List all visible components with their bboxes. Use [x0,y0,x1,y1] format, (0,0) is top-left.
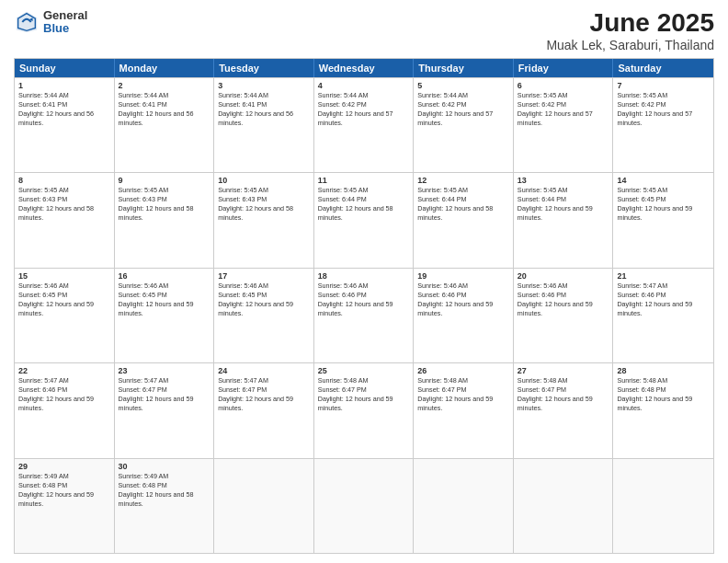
day-info: Sunrise: 5:44 AMSunset: 6:42 PMDaylight:… [417,91,509,128]
calendar: Sunday Monday Tuesday Wednesday Thursday… [14,58,714,554]
day-info: Sunrise: 5:48 AMSunset: 6:48 PMDaylight:… [617,376,710,413]
calendar-cell-1-7: 7Sunrise: 5:45 AMSunset: 6:42 PMDaylight… [613,78,713,172]
sunrise-label: Sunrise: 5:45 AM [617,186,667,194]
sunset-label: Sunset: 6:48 PM [18,481,67,489]
sunrise-label: Sunrise: 5:46 AM [18,282,69,290]
calendar-cell-5-6 [514,459,614,553]
sunrise-label: Sunrise: 5:45 AM [417,186,468,194]
sunrise-label: Sunrise: 5:48 AM [417,376,468,385]
daylight-label: Daylight: 12 hours and 59 minutes. [218,395,293,412]
sunset-label: Sunset: 6:46 PM [318,291,367,299]
sunrise-label: Sunrise: 5:47 AM [18,376,69,385]
calendar-body: 1Sunrise: 5:44 AMSunset: 6:41 PMDaylight… [15,77,713,553]
calendar-cell-1-5: 5Sunrise: 5:44 AMSunset: 6:42 PMDaylight… [414,78,514,172]
sunset-label: Sunset: 6:45 PM [218,291,267,299]
sunrise-label: Sunrise: 5:44 AM [417,91,468,99]
daylight-label: Daylight: 12 hours and 57 minutes. [318,109,393,127]
daylight-label: Daylight: 12 hours and 58 minutes. [18,204,94,222]
calendar-row-3: 15Sunrise: 5:46 AMSunset: 6:45 PMDayligh… [15,268,713,362]
calendar-cell-5-3 [214,459,314,553]
sunrise-label: Sunrise: 5:48 AM [318,376,369,385]
sunrise-label: Sunrise: 5:45 AM [617,91,667,99]
daylight-label: Daylight: 12 hours and 59 minutes. [417,395,493,412]
daylight-label: Daylight: 12 hours and 59 minutes. [318,300,393,317]
day-number: 28 [617,366,710,375]
calendar-row-2: 8Sunrise: 5:45 AMSunset: 6:43 PMDaylight… [15,172,713,267]
day-info: Sunrise: 5:46 AMSunset: 6:45 PMDaylight:… [18,282,110,318]
calendar-cell-2-6: 13Sunrise: 5:45 AMSunset: 6:44 PMDayligh… [514,173,614,267]
sunrise-label: Sunrise: 5:44 AM [318,91,369,99]
sunrise-label: Sunrise: 5:45 AM [518,186,568,194]
day-info: Sunrise: 5:47 AMSunset: 6:47 PMDaylight:… [218,376,310,413]
header-friday: Friday [514,59,614,77]
sunset-label: Sunset: 6:45 PM [18,291,67,299]
daylight-label: Daylight: 12 hours and 57 minutes. [518,109,593,127]
calendar-cell-4-5: 26Sunrise: 5:48 AMSunset: 6:47 PMDayligh… [414,363,514,457]
day-info: Sunrise: 5:49 AMSunset: 6:48 PMDaylight:… [18,472,110,509]
sunset-label: Sunset: 6:44 PM [417,195,466,203]
sunrise-label: Sunrise: 5:45 AM [18,186,69,194]
day-number: 1 [18,81,110,90]
calendar-cell-5-7 [613,459,713,553]
sunrise-label: Sunrise: 5:47 AM [218,376,268,385]
day-info: Sunrise: 5:44 AMSunset: 6:41 PMDaylight:… [119,91,210,128]
day-number: 21 [617,271,710,281]
day-info: Sunrise: 5:47 AMSunset: 6:46 PMDaylight:… [617,282,710,318]
day-number: 26 [417,366,509,375]
header-saturday: Saturday [613,59,713,77]
daylight-label: Daylight: 12 hours and 58 minutes. [119,490,194,508]
sunset-label: Sunset: 6:47 PM [518,385,566,394]
daylight-label: Daylight: 12 hours and 58 minutes. [119,204,194,222]
calendar-cell-2-7: 14Sunrise: 5:45 AMSunset: 6:45 PMDayligh… [613,173,713,267]
sunrise-label: Sunrise: 5:45 AM [318,186,369,194]
day-info: Sunrise: 5:45 AMSunset: 6:43 PMDaylight:… [18,186,110,223]
sunrise-label: Sunrise: 5:45 AM [518,91,568,99]
sunset-label: Sunset: 6:43 PM [119,195,167,203]
daylight-label: Daylight: 12 hours and 58 minutes. [417,204,493,222]
sunrise-label: Sunrise: 5:44 AM [119,91,169,99]
logo: General Blue [14,9,87,36]
day-number: 25 [318,366,410,375]
sunset-label: Sunset: 6:43 PM [218,195,267,203]
daylight-label: Daylight: 12 hours and 58 minutes. [318,204,393,222]
sunset-label: Sunset: 6:48 PM [617,385,665,394]
day-number: 2 [119,81,210,90]
sunset-label: Sunset: 6:46 PM [518,291,566,299]
sunset-label: Sunset: 6:45 PM [119,291,167,299]
day-info: Sunrise: 5:45 AMSunset: 6:43 PMDaylight:… [119,186,210,223]
day-number: 3 [218,81,310,90]
calendar-cell-4-6: 27Sunrise: 5:48 AMSunset: 6:47 PMDayligh… [514,363,614,457]
day-number: 6 [518,81,609,90]
day-info: Sunrise: 5:48 AMSunset: 6:47 PMDaylight:… [518,376,609,413]
calendar-row-5: 29Sunrise: 5:49 AMSunset: 6:48 PMDayligh… [15,458,713,553]
sunset-label: Sunset: 6:44 PM [518,195,566,203]
daylight-label: Daylight: 12 hours and 57 minutes. [417,109,493,127]
day-info: Sunrise: 5:45 AMSunset: 6:44 PMDaylight:… [417,186,509,223]
daylight-label: Daylight: 12 hours and 59 minutes. [417,300,493,317]
day-info: Sunrise: 5:44 AMSunset: 6:41 PMDaylight:… [18,91,110,128]
header-thursday: Thursday [414,59,514,77]
calendar-cell-3-5: 19Sunrise: 5:46 AMSunset: 6:46 PMDayligh… [414,269,514,362]
calendar-cell-3-1: 15Sunrise: 5:46 AMSunset: 6:45 PMDayligh… [15,269,115,362]
daylight-label: Daylight: 12 hours and 59 minutes. [18,300,94,317]
day-number: 11 [318,176,410,185]
title-block: June 2025 Muak Lek, Saraburi, Thailand [546,9,714,52]
day-info: Sunrise: 5:47 AMSunset: 6:47 PMDaylight:… [119,376,210,413]
day-number: 20 [518,271,609,281]
day-number: 23 [119,366,210,375]
daylight-label: Daylight: 12 hours and 56 minutes. [18,109,94,127]
sunset-label: Sunset: 6:42 PM [417,100,466,109]
sunrise-label: Sunrise: 5:48 AM [617,376,667,385]
day-info: Sunrise: 5:44 AMSunset: 6:41 PMDaylight:… [218,91,310,128]
day-number: 15 [18,271,110,281]
daylight-label: Daylight: 12 hours and 59 minutes. [119,395,194,412]
sunrise-label: Sunrise: 5:46 AM [119,282,169,290]
header-wednesday: Wednesday [314,59,415,77]
day-number: 7 [617,81,710,90]
sunset-label: Sunset: 6:47 PM [417,385,466,394]
sunrise-label: Sunrise: 5:46 AM [518,282,568,290]
daylight-label: Daylight: 12 hours and 58 minutes. [218,204,293,222]
sunset-label: Sunset: 6:47 PM [318,385,367,394]
daylight-label: Daylight: 12 hours and 59 minutes. [18,490,94,508]
day-info: Sunrise: 5:45 AMSunset: 6:44 PMDaylight:… [518,186,609,223]
